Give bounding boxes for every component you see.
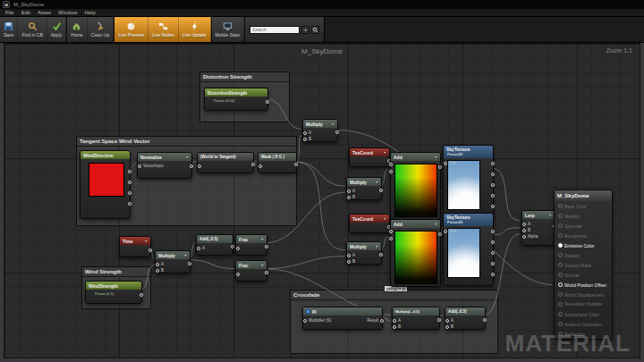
collapse-icon[interactable]: ▼ xyxy=(435,223,437,226)
menu-edit[interactable]: Edit xyxy=(21,10,30,15)
home-button[interactable]: Home xyxy=(67,17,87,42)
apply-button[interactable]: Apply xyxy=(47,17,67,42)
collapse-icon[interactable]: ▼ xyxy=(435,156,437,159)
output-pin[interactable] xyxy=(335,130,339,134)
input-pin-a[interactable] xyxy=(197,247,200,250)
output-pin[interactable] xyxy=(140,293,143,297)
node-multiply-neg-half[interactable]: Multiply(..-0.5) A B xyxy=(392,307,440,330)
node-multiply-uv-top[interactable]: Multiply▼ A B xyxy=(346,177,382,200)
output-pin[interactable] xyxy=(483,318,487,322)
pin-opacity[interactable] xyxy=(558,253,563,257)
input-pin-b[interactable] xyxy=(393,325,396,329)
node-pi-function[interactable]: Pi Multiplier (S)Result xyxy=(302,307,383,330)
output-pin[interactable] xyxy=(266,100,269,104)
output-pin[interactable] xyxy=(190,164,193,168)
input-pin-a[interactable] xyxy=(522,223,526,226)
input-pin-a[interactable] xyxy=(303,131,307,135)
node-mask-rg[interactable]: Mask ( R G ) xyxy=(258,152,297,173)
input-pin-a[interactable] xyxy=(393,319,396,323)
search-dropdown-button[interactable]: ▾ xyxy=(301,26,309,34)
output-pin[interactable] xyxy=(379,253,383,257)
input-pin[interactable] xyxy=(236,247,240,250)
input-pin[interactable] xyxy=(236,273,240,276)
collapse-icon[interactable]: ▼ xyxy=(384,217,386,221)
pin-tessellation-multiplier[interactable] xyxy=(558,302,563,307)
pin-metallic[interactable] xyxy=(558,214,563,218)
output-pin-rgba[interactable] xyxy=(128,170,131,173)
node-transform-world-to-tangent[interactable]: (World to Tangent) xyxy=(197,152,254,173)
search-go-button[interactable] xyxy=(311,26,319,34)
live-nodes-toggle[interactable]: Live Nodes xyxy=(148,17,179,42)
node-add-uv-top[interactable]: Add▼ xyxy=(390,152,441,220)
output-pin-r[interactable] xyxy=(491,173,495,176)
input-pin-b[interactable] xyxy=(389,237,393,240)
input-pin-b[interactable] xyxy=(522,229,526,232)
live-preview-toggle[interactable]: Live Preview xyxy=(114,17,148,42)
node-texcoord-bottom[interactable]: TexCoord▼ xyxy=(349,214,390,233)
output-pin[interactable] xyxy=(437,318,441,322)
node-sky-texture-bottom[interactable]: SkyTexture Param2D UVs xyxy=(443,213,494,286)
input-pin-b[interactable] xyxy=(347,260,351,264)
pin-specular[interactable] xyxy=(558,223,563,228)
live-update-toggle[interactable]: Live Update xyxy=(179,17,211,42)
pin-roughness[interactable] xyxy=(558,233,563,238)
node-frac-bottom[interactable]: Frac▼ xyxy=(235,260,267,282)
input-pin[interactable] xyxy=(258,164,262,168)
collapse-icon[interactable]: ▼ xyxy=(261,238,264,241)
output-pin-rgb[interactable] xyxy=(491,162,495,165)
pin-base-color[interactable] xyxy=(558,204,563,208)
output-pin-r[interactable] xyxy=(491,240,495,244)
pin-ambient-occlusion[interactable] xyxy=(558,322,563,326)
node-lerp[interactable]: Lerp▼ A B Alpha xyxy=(521,210,555,246)
node-frac-top[interactable]: Frac▼ xyxy=(235,234,267,256)
output-pin-g[interactable] xyxy=(491,183,495,187)
input-pin-b[interactable] xyxy=(445,325,449,329)
input-pin-multiplier[interactable] xyxy=(303,319,307,323)
collapse-icon[interactable]: ▼ xyxy=(261,264,264,267)
node-add-half-top[interactable]: Add(..0.5) A xyxy=(196,234,233,256)
pin-world-displacement[interactable] xyxy=(558,292,563,297)
output-pin-a[interactable] xyxy=(491,273,495,276)
node-add-half-crossfade[interactable]: Add(..0.5) A B xyxy=(445,307,486,330)
input-pin-a[interactable] xyxy=(156,263,159,266)
node-normalize[interactable]: Normalize▼ VectorInput xyxy=(137,152,192,179)
node-distortion-strength-param[interactable]: DistortionStrength Param (0.04) xyxy=(204,88,268,111)
output-pin-b[interactable] xyxy=(491,194,495,198)
input-pin-a[interactable] xyxy=(389,230,393,233)
search-input[interactable] xyxy=(250,26,300,34)
input-pin-b[interactable] xyxy=(303,138,307,141)
input-pin-b[interactable] xyxy=(156,269,159,273)
output-pin[interactable] xyxy=(379,189,383,192)
input-pin-b[interactable] xyxy=(389,170,393,173)
pin-world-position-offset[interactable] xyxy=(558,282,563,287)
collapse-icon[interactable]: ▼ xyxy=(376,181,378,184)
menu-window[interactable]: Window xyxy=(58,10,77,15)
output-pin[interactable] xyxy=(251,163,255,166)
node-material-output[interactable]: M_SkyDome Base Color Metallic Specular R… xyxy=(554,189,613,340)
collapse-icon[interactable]: ▼ xyxy=(186,156,189,159)
output-pin[interactable] xyxy=(188,262,191,265)
input-pin-a[interactable] xyxy=(445,319,449,323)
mobile-stats-button[interactable]: Mobile Stats xyxy=(212,17,245,42)
pin-opacity-mask[interactable] xyxy=(558,263,563,267)
collapse-icon[interactable]: ▼ xyxy=(184,254,187,257)
output-pin-a[interactable] xyxy=(491,205,495,208)
input-pin-b[interactable] xyxy=(347,196,351,199)
node-wind-strength-param[interactable]: WindStrength Param (0.1) xyxy=(85,281,142,304)
output-pin[interactable] xyxy=(380,319,384,323)
output-pin-rgb[interactable] xyxy=(491,230,495,233)
output-pin[interactable] xyxy=(438,165,442,169)
input-pin-uvs[interactable] xyxy=(444,230,447,233)
output-pin[interactable] xyxy=(265,245,268,248)
input-pin-uvs[interactable] xyxy=(444,162,447,165)
node-wind-direction-param[interactable]: WindDirection xyxy=(80,150,131,219)
node-multiply-uv-bottom[interactable]: Multiply▼ A B xyxy=(346,241,382,265)
pin-emissive-color[interactable] xyxy=(558,243,563,248)
node-sky-texture-top[interactable]: SkyTexture Param2D UVs xyxy=(443,145,494,218)
node-time[interactable]: Time▼ xyxy=(119,236,151,257)
save-button[interactable]: Save xyxy=(0,17,18,42)
node-multiply-time[interactable]: Multiply▼ A B xyxy=(155,250,191,274)
node-add-uv-bottom[interactable]: Add▼ xyxy=(390,219,441,287)
output-pin[interactable] xyxy=(438,232,442,236)
output-pin[interactable] xyxy=(148,248,152,252)
